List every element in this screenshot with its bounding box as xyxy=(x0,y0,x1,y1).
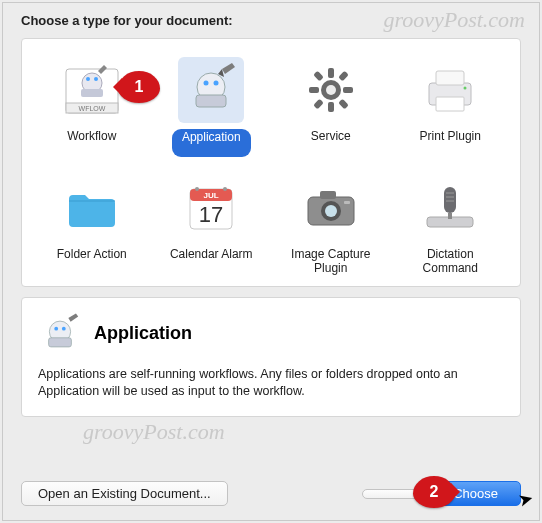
svg-rect-37 xyxy=(444,187,456,213)
svg-point-12 xyxy=(326,85,336,95)
dictation-command-icon xyxy=(417,175,483,241)
type-label: Calendar Alarm xyxy=(170,247,253,275)
svg-point-24 xyxy=(464,87,467,90)
watermark: groovyPost.com xyxy=(83,419,225,445)
svg-rect-35 xyxy=(344,201,350,204)
type-image-capture-plugin[interactable]: Image Capture Plugin xyxy=(271,175,391,276)
svg-rect-15 xyxy=(309,87,319,93)
print-plugin-icon xyxy=(417,57,483,123)
type-label: Image Capture Plugin xyxy=(291,247,370,276)
description-panel: Application Applications are self-runnin… xyxy=(21,297,521,417)
svg-rect-18 xyxy=(338,71,349,82)
folder-action-icon xyxy=(59,175,125,241)
callout-2: 2 xyxy=(413,476,455,508)
svg-rect-32 xyxy=(320,191,336,199)
type-dictation-command[interactable]: Dictation Command xyxy=(391,175,511,276)
svg-rect-13 xyxy=(328,68,334,78)
svg-rect-23 xyxy=(436,97,464,111)
svg-text:17: 17 xyxy=(199,202,223,227)
type-service[interactable]: Service xyxy=(271,57,391,157)
callout-1: 1 xyxy=(118,71,160,103)
type-label: Application xyxy=(172,129,251,157)
svg-rect-4 xyxy=(81,89,103,97)
document-type-grid: WFLOW Workflow xyxy=(21,38,521,287)
svg-rect-14 xyxy=(328,102,334,112)
svg-point-34 xyxy=(325,205,337,217)
automator-template-chooser: groovyPost.com Choose a type for your do… xyxy=(2,2,540,521)
type-label: Service xyxy=(311,129,351,157)
svg-point-6 xyxy=(94,77,98,81)
svg-point-10 xyxy=(214,81,219,86)
svg-text:JUL: JUL xyxy=(204,191,219,200)
type-label: Print Plugin xyxy=(420,129,481,157)
service-icon xyxy=(298,57,364,123)
description-title: Application xyxy=(94,323,192,344)
type-print-plugin[interactable]: Print Plugin xyxy=(391,57,511,157)
svg-rect-19 xyxy=(313,99,324,110)
svg-point-29 xyxy=(195,187,199,191)
type-label: Folder Action xyxy=(57,247,127,275)
application-icon xyxy=(38,312,82,356)
description-text: Applications are self-running workflows.… xyxy=(38,366,504,400)
type-calendar-alarm[interactable]: JUL 17 Calendar Alarm xyxy=(152,175,272,276)
type-application[interactable]: Application xyxy=(152,57,272,157)
type-label: Dictation Command xyxy=(423,247,478,276)
image-capture-plugin-icon xyxy=(298,175,364,241)
svg-rect-22 xyxy=(436,71,464,85)
type-folder-action[interactable]: Folder Action xyxy=(32,175,152,276)
svg-rect-20 xyxy=(338,99,349,110)
svg-text:WFLOW: WFLOW xyxy=(78,105,105,112)
close-button[interactable] xyxy=(362,489,420,499)
svg-rect-43 xyxy=(49,338,72,347)
svg-point-30 xyxy=(223,187,227,191)
svg-rect-17 xyxy=(313,71,324,82)
svg-point-5 xyxy=(86,77,90,81)
type-label: Workflow xyxy=(67,129,116,157)
svg-rect-8 xyxy=(196,95,226,107)
svg-rect-16 xyxy=(343,87,353,93)
svg-point-9 xyxy=(204,81,209,86)
application-icon xyxy=(178,57,244,123)
svg-rect-38 xyxy=(448,213,452,219)
dialog-header: Choose a type for your document: xyxy=(3,3,539,34)
svg-point-44 xyxy=(54,327,58,331)
open-existing-button[interactable]: Open an Existing Document... xyxy=(21,481,228,506)
calendar-alarm-icon: JUL 17 xyxy=(178,175,244,241)
svg-point-45 xyxy=(62,327,66,331)
